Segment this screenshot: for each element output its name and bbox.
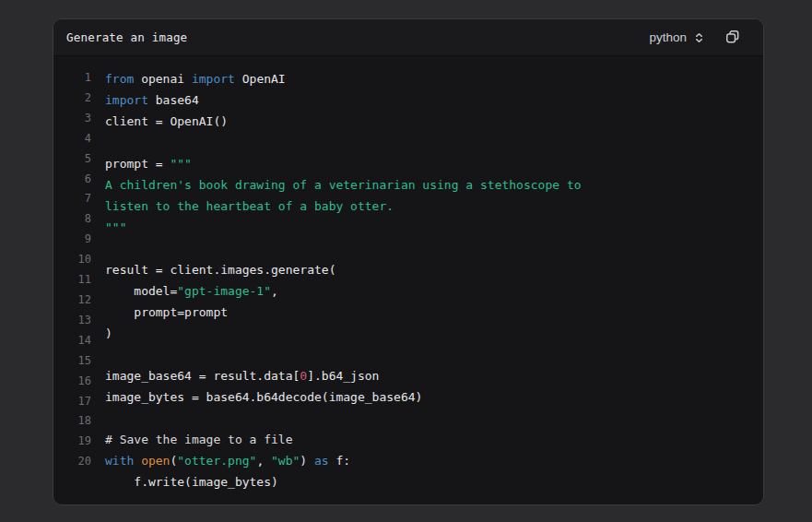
code-line: A children's book drawing of a veterinar… xyxy=(105,174,582,196)
code-line: ) xyxy=(105,323,582,344)
line-number: 14 xyxy=(66,331,91,351)
line-number: 15 xyxy=(66,351,91,372)
code-token: """ xyxy=(105,220,126,234)
line-number: 13 xyxy=(66,311,91,331)
code-line xyxy=(105,238,582,259)
line-number: 3 xyxy=(66,109,91,129)
code-line: client = OpenAI() xyxy=(105,111,582,132)
code-token: OpenAI xyxy=(235,72,286,86)
code-token: image_base64 = result.data[ xyxy=(105,369,300,383)
line-number: 2 xyxy=(66,89,91,109)
code-token: as xyxy=(314,454,329,468)
line-number: 1 xyxy=(66,68,91,89)
code-token: A children's book drawing of a veterinar… xyxy=(105,178,582,192)
code-token: f.write(image_bytes) xyxy=(105,475,278,489)
code-line: image_base64 = result.data[0].b64_json xyxy=(105,365,582,386)
code-token: prompt=prompt xyxy=(105,305,228,319)
code-token: with xyxy=(105,454,134,468)
code-line: listen to the heartbeat of a baby otter. xyxy=(105,196,582,217)
line-number: 8 xyxy=(66,209,91,230)
code-card: Generate an image python xyxy=(53,18,764,505)
code-token: "otter.png" xyxy=(177,454,256,468)
code-token: , xyxy=(256,454,271,468)
code-token: import xyxy=(105,93,148,107)
code-token: ) xyxy=(105,326,112,340)
code-token: f: xyxy=(329,454,350,468)
code-token: client = OpenAI() xyxy=(105,114,228,128)
code-line xyxy=(105,344,582,365)
code-area: 1234567891011121314151617181920 from ope… xyxy=(53,56,763,492)
code-line: # Save the image to a file xyxy=(105,429,582,450)
code-token: listen to the heartbeat of a baby otter. xyxy=(105,199,394,213)
code-token: ) xyxy=(300,454,314,468)
card-header: Generate an image python xyxy=(53,19,763,56)
line-number: 11 xyxy=(66,270,91,291)
code-token: """ xyxy=(170,157,191,171)
line-number: 20 xyxy=(66,452,91,472)
code-line: import base64 xyxy=(105,89,582,111)
code-content: from openai import OpenAIimport base64cl… xyxy=(105,68,582,492)
code-token xyxy=(134,454,141,468)
code-token: model= xyxy=(105,284,177,298)
code-line: image_bytes = base64.b64decode(image_bas… xyxy=(105,386,582,408)
code-token: openai xyxy=(134,72,192,86)
code-token: prompt = xyxy=(105,157,170,171)
line-number: 19 xyxy=(66,432,91,452)
code-token: import xyxy=(192,72,235,86)
code-line: f.write(image_bytes) xyxy=(105,471,582,492)
code-token: open xyxy=(141,454,170,468)
line-number: 7 xyxy=(66,189,91,209)
header-controls: python xyxy=(649,28,743,47)
code-token: , xyxy=(271,284,278,298)
line-number-gutter: 1234567891011121314151617181920 xyxy=(66,68,91,492)
page-background: { "card": { "header": { "title": "Genera… xyxy=(0,0,812,522)
code-line: with open("otter.png", "wb") as f: xyxy=(105,450,582,471)
code-token: base64 xyxy=(148,93,199,107)
code-line: prompt=prompt xyxy=(105,302,582,323)
code-line: from openai import OpenAI xyxy=(105,68,582,89)
code-token: result = client.images.generate( xyxy=(105,263,335,277)
line-number: 9 xyxy=(66,230,91,250)
code-token: 0 xyxy=(300,369,307,383)
chevron-up-down-icon xyxy=(693,31,705,44)
line-number: 17 xyxy=(66,392,91,412)
copy-icon xyxy=(725,30,741,45)
code-line: result = client.images.generate( xyxy=(105,259,582,280)
language-label: python xyxy=(649,30,687,44)
code-line: prompt = """ xyxy=(105,153,582,174)
code-token: "gpt-image-1" xyxy=(177,284,271,298)
code-token: "wb" xyxy=(271,454,300,468)
language-selector[interactable]: python xyxy=(649,30,705,44)
code-line: model="gpt-image-1", xyxy=(105,280,582,302)
code-token: from xyxy=(105,72,134,86)
code-token: image_bytes = base64.b64decode(image_bas… xyxy=(105,390,422,404)
line-number: 12 xyxy=(66,291,91,311)
line-number: 18 xyxy=(66,411,91,432)
code-line xyxy=(105,408,582,429)
code-line: """ xyxy=(105,217,582,238)
line-number: 4 xyxy=(66,129,91,149)
code-token: # Save the image to a file xyxy=(105,433,293,446)
code-line xyxy=(105,132,582,153)
card-title: Generate an image xyxy=(66,30,187,44)
copy-button[interactable] xyxy=(724,28,743,47)
line-number: 10 xyxy=(66,250,91,270)
line-number: 6 xyxy=(66,170,91,190)
code-token: ].b64_json xyxy=(307,369,379,383)
line-number: 16 xyxy=(66,372,91,392)
line-number: 5 xyxy=(66,149,91,170)
